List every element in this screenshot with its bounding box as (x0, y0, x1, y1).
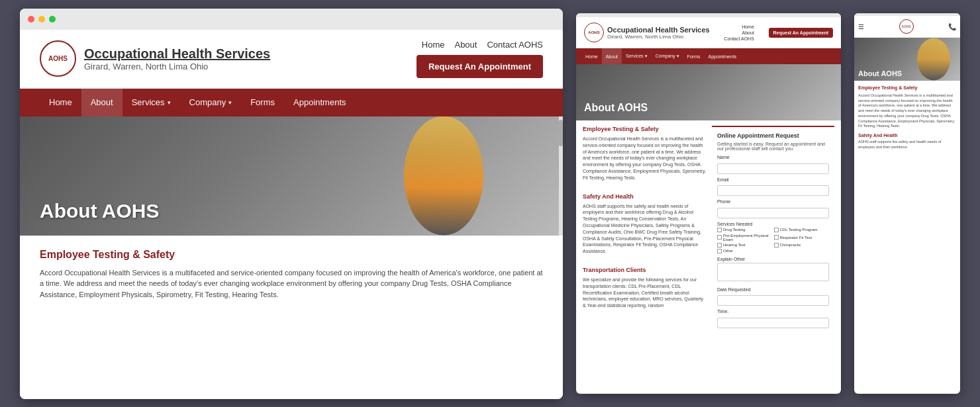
tablet-checkbox-hearing-input[interactable] (717, 243, 722, 248)
tablet-explain-textarea[interactable] (717, 263, 829, 281)
tablet-checkbox-drug-input[interactable] (717, 228, 722, 232)
tablet-site-subtitle: Girard, Warren, North Lima Ohio (607, 34, 710, 40)
tablet-nav-link-home[interactable]: Home (724, 24, 754, 29)
logo-area: AOHS Occupational Health Services Girard… (40, 40, 270, 77)
site-title: Occupational Health Services (84, 46, 270, 62)
tablet-checkbox-hearing-label: Hearing Test (723, 243, 746, 247)
tablet-employee-heading: Employee Testing & Safety (583, 126, 707, 132)
tablet-nav-about[interactable]: About (602, 48, 622, 64)
tablet-main-nav: Home About Services ▾ Company ▾ Forms Ap… (576, 48, 841, 64)
request-appointment-button[interactable]: Request An Appointment (416, 55, 543, 78)
tablet-appointment-form: Online Appointment Request Getting start… (712, 126, 834, 337)
tablet-checkbox-respirator-input[interactable] (774, 235, 779, 240)
tablet-site-title: Occupational Health Services (607, 26, 710, 34)
mobile-employee-heading: Employee Testing & Safety (858, 85, 956, 91)
mobile-safety-text: AOHS staff supports the safety and healt… (858, 140, 956, 150)
tablet-safety-heading: Safety And Health (583, 193, 707, 200)
section-heading-employee: Employee Testing & Safety (40, 249, 543, 261)
employee-body-text: Accord Occupational Health Services is a… (40, 267, 543, 300)
tablet-checkbox-preemployment-label: Pre-Employment Physical Exam (723, 234, 773, 242)
content-wrapper: Employee Testing & Safety Accord Occupat… (20, 236, 563, 399)
tablet-hero: About AOHS (576, 64, 841, 120)
tablet-name-input[interactable] (717, 163, 829, 174)
nav-item-about[interactable]: About (81, 89, 122, 116)
mobile-logo-icon: AOHS (899, 19, 914, 34)
nav-item-home[interactable]: Home (40, 89, 81, 116)
tablet-safety-text: AOHS staff supports the safety and healt… (583, 203, 707, 255)
tablet-nav-home[interactable]: Home (581, 48, 602, 64)
services-arrow-icon: ▾ (168, 99, 171, 106)
browser-content: AOHS Occupational Health Services Girard… (20, 30, 563, 399)
tablet-hero-title: About AOHS (584, 102, 648, 114)
tablet-main-content: Employee Testing & Safety Accord Occupat… (583, 126, 707, 337)
header-link-contact[interactable]: Contact AOHS (487, 40, 543, 50)
nav-item-company[interactable]: Company ▾ (180, 89, 242, 116)
tablet-site-title-area: Occupational Health Services Girard, War… (607, 26, 710, 40)
tablet-checkbox-drug: Drug Testing (717, 228, 773, 232)
tablet-checkbox-other-label: Other (723, 249, 733, 253)
tablet-date-input[interactable] (717, 295, 829, 306)
hero-section: About AOHS (20, 116, 563, 236)
phone-icon[interactable]: 📞 (948, 23, 956, 30)
tablet-date-label: Date Requested (717, 287, 829, 292)
tablet-content-area: Employee Testing & Safety Accord Occupat… (576, 120, 841, 342)
tablet-checkbox-other: Other (717, 249, 773, 253)
main-content: Employee Testing & Safety Accord Occupat… (40, 249, 543, 399)
tablet-transport-heading: Transportation Clients (583, 267, 707, 273)
tablet-logo-area: AOHS Occupational Health Services Girard… (584, 23, 710, 42)
tablet-checkbox-preemployment-input[interactable] (717, 235, 722, 240)
site-header: AOHS Occupational Health Services Girard… (20, 30, 563, 89)
tablet-checkbox-chiropractic-label: Chiropractic (780, 243, 801, 247)
tablet-checkbox-other-input[interactable] (717, 249, 722, 253)
tablet-request-appointment-button[interactable]: Request An Appointment (769, 28, 833, 38)
tablet-checkbox-chiropractic-input[interactable] (774, 243, 779, 248)
mobile-safety-heading: Safety And Health (858, 133, 956, 138)
tablet-time-label: Time: (717, 309, 829, 314)
mobile-hero-worker-image (914, 38, 954, 81)
site-subtitle: Girard, Warren, North Lima Ohio (84, 62, 270, 71)
site-title-area: Occupational Health Services Girard, War… (84, 46, 270, 71)
tablet-nav-appointments[interactable]: Appointments (705, 48, 741, 64)
tablet-checkbox-hearing: Hearing Test (717, 243, 773, 248)
tablet-checkbox-chiropractic: Chiropractic (774, 243, 830, 248)
tablet-time-input[interactable] (717, 318, 829, 328)
tablet-checkbox-cdl-input[interactable] (774, 228, 779, 232)
browser-dot-red[interactable] (28, 16, 34, 23)
tablet-browser-window: AOHS Occupational Health Services Girard… (576, 13, 841, 394)
header-nav-links: Home About Contact AOHS (422, 40, 543, 50)
tablet-checkbox-cdl-label: CDL Testing Program (780, 228, 818, 232)
scrollbar[interactable] (559, 116, 563, 236)
tablet-nav-link-contact[interactable]: Contact AOHS (724, 36, 754, 41)
tablet-checkbox-cdl: CDL Testing Program (774, 228, 830, 232)
tablet-transport-text: We specialize and provide the following … (583, 277, 707, 309)
header-link-about[interactable]: About (454, 40, 477, 50)
desktop-browser-window: AOHS Occupational Health Services Girard… (20, 9, 563, 399)
main-nav: Home About Services ▾ Company ▾ Forms Ap… (20, 89, 563, 116)
tablet-nav-link-about[interactable]: About (724, 30, 754, 35)
nav-item-appointments[interactable]: Appointments (284, 89, 356, 116)
tablet-nav-company[interactable]: Company ▾ (652, 48, 683, 64)
company-arrow-icon: ▾ (228, 99, 232, 106)
content-area: Employee Testing & Safety Accord Occupat… (20, 236, 563, 399)
browser-dot-yellow[interactable] (38, 16, 45, 23)
browser-dot-green[interactable] (49, 16, 56, 23)
hero-title: About AOHS (40, 200, 160, 222)
tablet-nav-forms[interactable]: Forms (683, 48, 705, 64)
mobile-site-header: ☰ AOHS 📞 (854, 16, 960, 38)
tablet-nav-services[interactable]: Services ▾ (622, 48, 652, 64)
mobile-logo-text: AOHS (901, 24, 910, 28)
tablet-phone-input[interactable] (717, 208, 829, 218)
tablet-logo-text: AOHS (588, 30, 599, 34)
nav-item-services[interactable]: Services ▾ (122, 89, 180, 116)
hero-worker-image (377, 116, 510, 236)
scrollbar-thumb[interactable] (559, 120, 563, 146)
nav-item-forms[interactable]: Forms (241, 89, 284, 116)
tablet-checkbox-preemployment: Pre-Employment Physical Exam (717, 234, 773, 242)
tablet-form-title: Online Appointment Request (717, 132, 829, 139)
header-link-home[interactable]: Home (422, 40, 445, 50)
tablet-email-input[interactable] (717, 185, 829, 196)
hamburger-menu-icon[interactable]: ☰ (858, 23, 864, 30)
tablet-site-header: AOHS Occupational Health Services Girard… (576, 17, 841, 48)
tablet-logo-icon: AOHS (584, 23, 604, 42)
tablet-services-label: Services Needed (717, 222, 829, 226)
